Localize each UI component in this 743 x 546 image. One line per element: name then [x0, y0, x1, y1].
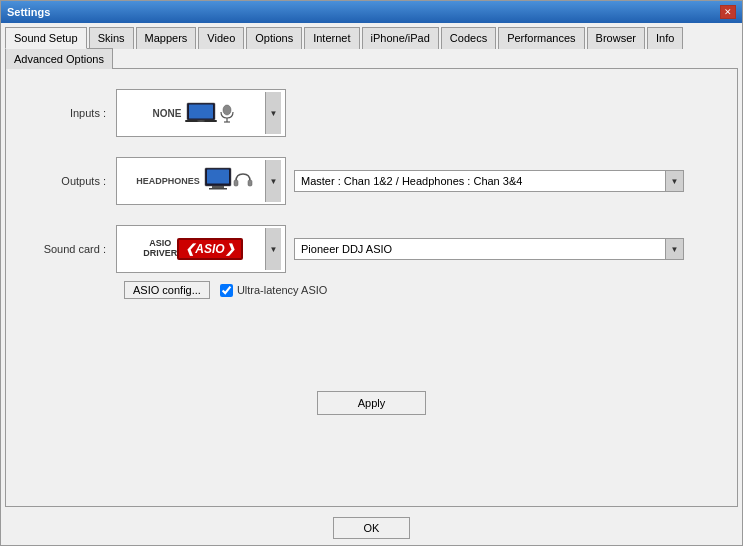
outputs-channel-dropdown[interactable]: Master : Chan 1&2 / Headphones : Chan 3&…: [294, 170, 684, 192]
tab-advanced-options[interactable]: Advanced Options: [5, 48, 113, 69]
soundcard-sub: ASIO config... Ultra-latency ASIO: [124, 281, 327, 299]
inputs-icon-area: NONE: [121, 102, 265, 124]
tab-internet[interactable]: Internet: [304, 27, 359, 49]
outputs-label: Outputs :: [36, 175, 116, 187]
soundcard-main: Sound card : ASIODRIVER ❮ASIO❯ ▼ Pioneer…: [36, 225, 684, 273]
svg-point-4: [223, 105, 231, 115]
svg-rect-9: [212, 186, 224, 188]
title-bar-controls: ✕: [720, 5, 736, 19]
outputs-channel-arrow[interactable]: ▼: [665, 171, 683, 191]
svg-rect-10: [209, 188, 227, 190]
ultra-latency-checkbox[interactable]: [220, 284, 233, 297]
outputs-dropdown[interactable]: HEADPHONES ▼: [116, 157, 286, 205]
tab-skins[interactable]: Skins: [89, 27, 134, 49]
tab-options[interactable]: Options: [246, 27, 302, 49]
tab-video[interactable]: Video: [198, 27, 244, 49]
inputs-dropdown-arrow[interactable]: ▼: [265, 92, 281, 134]
title-bar: Settings ✕: [1, 1, 742, 23]
soundcard-dropdown[interactable]: ASIODRIVER ❮ASIO❯ ▼: [116, 225, 286, 273]
svg-rect-8: [207, 170, 229, 184]
soundcard-driver-text: Pioneer DDJ ASIO: [295, 243, 665, 255]
soundcard-label: Sound card :: [36, 243, 116, 255]
inputs-value: NONE: [149, 108, 186, 119]
outputs-value: HEADPHONES: [132, 176, 204, 186]
apply-row: Apply: [36, 319, 707, 486]
outputs-dropdown-arrow[interactable]: ▼: [265, 160, 281, 202]
asio-config-button[interactable]: ASIO config...: [124, 281, 210, 299]
outputs-icon-area: HEADPHONES: [121, 167, 265, 195]
monitor-icon: [204, 167, 232, 195]
tab-mappers[interactable]: Mappers: [136, 27, 197, 49]
svg-point-3: [197, 120, 205, 122]
headphones-output-icon: [232, 170, 254, 192]
settings-window: Settings ✕ Sound Setup Skins Mappers Vid…: [0, 0, 743, 546]
tab-performances[interactable]: Performances: [498, 27, 584, 49]
asio-driver-label: ASIODRIVER: [143, 239, 177, 259]
inputs-label: Inputs :: [36, 107, 116, 119]
close-button[interactable]: ✕: [720, 5, 736, 19]
window-footer: OK: [1, 511, 742, 545]
soundcard-driver-arrow[interactable]: ▼: [665, 239, 683, 259]
ultra-latency-group: Ultra-latency ASIO: [220, 284, 327, 297]
soundcard-icon-area: ASIODRIVER ❮ASIO❯: [121, 238, 265, 260]
svg-rect-11: [234, 180, 238, 186]
asio-badge: ❮ASIO❯: [177, 238, 242, 260]
ultra-latency-label: Ultra-latency ASIO: [237, 284, 327, 296]
window-title: Settings: [7, 6, 50, 18]
apply-button[interactable]: Apply: [317, 391, 427, 415]
svg-rect-1: [189, 105, 213, 119]
soundcard-dropdown-arrow[interactable]: ▼: [265, 228, 281, 270]
laptop-icon: [185, 102, 217, 124]
outputs-row: Outputs : HEADPHONES: [36, 157, 707, 205]
outputs-channel-text: Master : Chan 1&2 / Headphones : Chan 3&…: [295, 175, 665, 187]
inputs-row: Inputs : NONE: [36, 89, 707, 137]
tab-codecs[interactable]: Codecs: [441, 27, 496, 49]
window-body: Sound Setup Skins Mappers Video Options …: [1, 23, 742, 511]
inputs-dropdown[interactable]: NONE ▼: [116, 89, 286, 137]
tab-info[interactable]: Info: [647, 27, 683, 49]
soundcard-driver-dropdown[interactable]: Pioneer DDJ ASIO ▼: [294, 238, 684, 260]
soundcard-row: Sound card : ASIODRIVER ❮ASIO❯ ▼ Pioneer…: [36, 225, 707, 299]
tab-iphone-ipad[interactable]: iPhone/iPad: [362, 27, 439, 49]
ok-button[interactable]: OK: [333, 517, 411, 539]
svg-rect-12: [248, 180, 252, 186]
tab-content: Inputs : NONE: [5, 69, 738, 507]
tab-browser[interactable]: Browser: [587, 27, 645, 49]
tab-bar: Sound Setup Skins Mappers Video Options …: [5, 27, 738, 69]
tab-sound-setup[interactable]: Sound Setup: [5, 27, 87, 49]
mic-icon: [217, 103, 237, 123]
